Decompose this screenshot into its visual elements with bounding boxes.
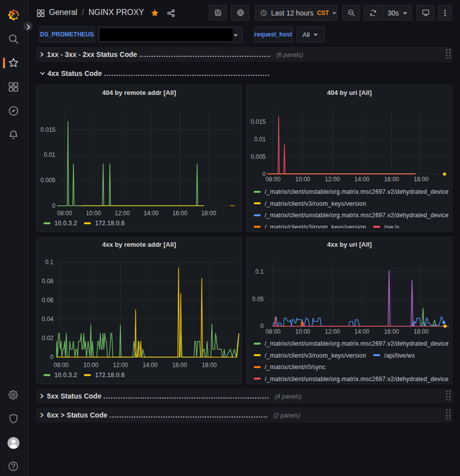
svg-text:18:00: 18:00 — [414, 176, 429, 183]
svg-text:0.05: 0.05 — [252, 296, 264, 303]
svg-text:0.015: 0.015 — [40, 126, 55, 133]
svg-text:0.06: 0.06 — [42, 297, 54, 304]
svg-text:12:00: 12:00 — [325, 176, 340, 183]
svg-text:14:00: 14:00 — [355, 328, 370, 335]
svg-text:16:00: 16:00 — [384, 176, 399, 183]
svg-text:0: 0 — [50, 354, 53, 361]
svg-text:08:00: 08:00 — [266, 328, 281, 335]
svg-text:08:00: 08:00 — [57, 210, 72, 217]
svg-text:12:00: 12:00 — [113, 362, 128, 369]
svg-text:10:00: 10:00 — [295, 328, 310, 335]
svg-text:08:00: 08:00 — [266, 176, 281, 183]
svg-text:0.1: 0.1 — [45, 259, 53, 266]
svg-text:0.005: 0.005 — [251, 153, 266, 160]
svg-text:10:00: 10:00 — [86, 210, 101, 217]
svg-text:16:00: 16:00 — [172, 210, 187, 217]
svg-text:18:00: 18:00 — [414, 328, 429, 335]
svg-text:14:00: 14:00 — [142, 362, 157, 369]
svg-text:16:00: 16:00 — [384, 328, 399, 335]
svg-text:18:00: 18:00 — [201, 210, 216, 217]
svg-text:0: 0 — [52, 202, 55, 209]
svg-text:14:00: 14:00 — [355, 176, 370, 183]
svg-text:0.1: 0.1 — [255, 268, 264, 275]
svg-text:0.01: 0.01 — [44, 151, 56, 158]
svg-text:12:00: 12:00 — [115, 210, 130, 217]
svg-text:0.015: 0.015 — [251, 118, 266, 125]
svg-text:0.01: 0.01 — [254, 136, 266, 143]
svg-text:0: 0 — [260, 323, 264, 330]
svg-text:08:00: 08:00 — [53, 362, 68, 369]
svg-text:0.08: 0.08 — [42, 278, 54, 285]
svg-text:12:00: 12:00 — [325, 328, 340, 335]
svg-text:10:00: 10:00 — [83, 362, 98, 369]
svg-text:14:00: 14:00 — [143, 210, 158, 217]
svg-text:10:00: 10:00 — [295, 176, 310, 183]
svg-text:0.02: 0.02 — [42, 335, 54, 342]
svg-text:16:00: 16:00 — [172, 362, 187, 369]
svg-text:0.04: 0.04 — [42, 316, 54, 323]
svg-text:0.005: 0.005 — [40, 177, 55, 184]
svg-text:18:00: 18:00 — [202, 362, 217, 369]
